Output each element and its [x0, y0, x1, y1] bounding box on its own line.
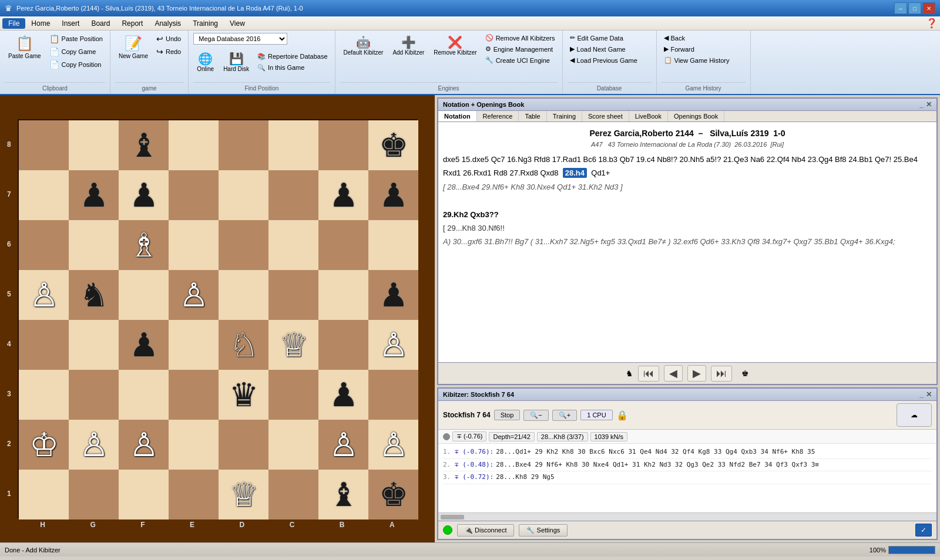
edit-game-data-button[interactable]: ✏ Edit Game Data — [568, 33, 640, 43]
square-h6[interactable] — [19, 220, 69, 270]
square-g6[interactable] — [69, 220, 119, 270]
add-kibitzer-button[interactable]: ➕ Add Kibitzer — [389, 33, 428, 58]
paste-position-button[interactable]: 📋 Paste Position — [47, 33, 105, 45]
tab-score-sheet[interactable]: Score sheet — [582, 111, 629, 122]
scrollbar-thumb[interactable] — [441, 515, 464, 519]
close-button[interactable]: ✕ — [922, 2, 935, 14]
search-decrease-button[interactable]: 🔍− — [523, 410, 548, 421]
square-f8[interactable]: ♝ — [119, 120, 169, 170]
square-e4[interactable] — [169, 320, 219, 370]
notation-minimize-button[interactable]: _ — [919, 100, 924, 109]
square-h7[interactable] — [19, 170, 69, 220]
engine-management-button[interactable]: ⚙ Engine Management — [483, 44, 558, 54]
confirm-button[interactable]: ✓ — [915, 524, 932, 537]
search-increase-button[interactable]: 🔍+ — [552, 410, 577, 421]
square-f6[interactable]: ♗ — [119, 220, 169, 270]
square-d6[interactable] — [219, 220, 268, 270]
square-b4[interactable] — [318, 320, 368, 370]
square-c3[interactable] — [268, 370, 318, 420]
kibitzer-minimize-button[interactable]: _ — [919, 390, 924, 399]
square-c7[interactable] — [268, 170, 318, 220]
square-f2[interactable]: ♙ — [119, 420, 169, 470]
in-this-game-button[interactable]: 🔍 In this Game — [255, 63, 330, 73]
tab-table[interactable]: Table — [519, 111, 546, 122]
square-g8[interactable] — [69, 120, 119, 170]
menu-training[interactable]: Training — [187, 18, 224, 29]
square-h3[interactable] — [19, 370, 69, 420]
current-move[interactable]: 28.h4 — [563, 168, 587, 178]
square-b5[interactable] — [318, 270, 368, 320]
square-b8[interactable] — [318, 120, 368, 170]
tab-openings-book[interactable]: Openings Book — [668, 111, 724, 122]
square-a7[interactable]: ♟ — [368, 170, 418, 220]
square-h2[interactable]: ♔ — [19, 420, 69, 470]
undo-button[interactable]: ↩ Undo — [154, 33, 183, 45]
load-next-game-button[interactable]: ▶ Load Next Game — [568, 44, 640, 54]
square-a5[interactable]: ♟ — [368, 270, 418, 320]
tab-livebook[interactable]: LiveBook — [629, 111, 668, 122]
online-button[interactable]: 🌐 Online — [193, 49, 217, 75]
last-move-button[interactable]: ⏭ — [711, 366, 732, 382]
square-b1[interactable]: ♝ — [318, 470, 368, 519]
square-h1[interactable] — [19, 470, 69, 519]
square-a4[interactable]: ♙ — [368, 320, 418, 370]
square-e6[interactable] — [169, 220, 219, 270]
database-select[interactable]: Mega Database 2016 — [193, 33, 287, 45]
square-a8[interactable]: ♚ — [368, 120, 418, 170]
disconnect-button[interactable]: 🔌 Disconnect — [457, 524, 514, 537]
remove-kibitzer-button[interactable]: ❌ Remove Kibitzer — [430, 33, 480, 58]
square-f5[interactable] — [119, 270, 169, 320]
square-c6[interactable] — [268, 220, 318, 270]
square-g4[interactable] — [69, 320, 119, 370]
paste-game-button[interactable]: 📋 Paste Game — [5, 33, 45, 62]
create-uci-button[interactable]: 🔧 Create UCI Engine — [483, 55, 558, 65]
tab-training[interactable]: Training — [547, 111, 582, 122]
square-c1[interactable] — [268, 470, 318, 519]
remove-all-kibitzers-button[interactable]: 🚫 Remove All Kibitzers — [483, 33, 558, 43]
square-b7[interactable]: ♟ — [318, 170, 368, 220]
square-d7[interactable] — [219, 170, 268, 220]
menu-board[interactable]: Board — [85, 18, 116, 29]
square-e1[interactable] — [169, 470, 219, 519]
square-h8[interactable] — [19, 120, 69, 170]
square-h4[interactable] — [19, 320, 69, 370]
square-f4[interactable]: ♟ — [119, 320, 169, 370]
forward-button[interactable]: ▶ Forward — [662, 44, 732, 54]
square-g3[interactable] — [69, 370, 119, 420]
square-d1[interactable]: ♕ — [219, 470, 268, 519]
square-e7[interactable] — [169, 170, 219, 220]
square-f7[interactable]: ♟ — [119, 170, 169, 220]
back-button[interactable]: ◀ Back — [662, 33, 732, 43]
cpu-button[interactable]: 1 CPU — [580, 410, 612, 420]
square-b3[interactable]: ♟ — [318, 370, 368, 420]
square-g5[interactable]: ♞ — [69, 270, 119, 320]
stop-button[interactable]: Stop — [494, 410, 521, 420]
load-prev-game-button[interactable]: ◀ Load Previous Game — [568, 55, 640, 65]
tab-reference[interactable]: Reference — [477, 111, 519, 122]
redo-button[interactable]: ↪ Redo — [154, 46, 183, 58]
menu-insert[interactable]: Insert — [56, 18, 85, 29]
square-d3[interactable]: ♛ — [219, 370, 268, 420]
kibitzer-scrollbar[interactable] — [438, 512, 936, 521]
menu-file[interactable]: File — [2, 18, 25, 29]
copy-position-button[interactable]: 📄 Copy Position — [47, 59, 105, 70]
square-a6[interactable] — [368, 220, 418, 270]
menu-report[interactable]: Report — [116, 18, 149, 29]
square-f1[interactable] — [119, 470, 169, 519]
square-d4[interactable]: ♘ — [219, 320, 268, 370]
minimize-button[interactable]: – — [894, 2, 907, 14]
kibitzer-close-button[interactable]: ✕ — [926, 390, 932, 399]
menu-home[interactable]: Home — [25, 18, 56, 29]
new-game-button[interactable]: 📝 New Game — [115, 33, 152, 62]
next-move-button[interactable]: ▶ — [687, 365, 706, 382]
square-e3[interactable] — [169, 370, 219, 420]
square-a3[interactable] — [368, 370, 418, 420]
square-c8[interactable] — [268, 120, 318, 170]
square-b2[interactable]: ♙ — [318, 420, 368, 470]
notation-close-button[interactable]: ✕ — [926, 100, 932, 109]
view-game-history-button[interactable]: 📋 View Game History — [662, 55, 732, 65]
prev-move-button[interactable]: ◀ — [664, 365, 683, 382]
chess-board[interactable]: ♝♚♟♟♟♟♗♙♞♙♟♟♘♕♙♛♟♔♙♙♙♙♕♝♚ — [18, 119, 417, 518]
lock-icon[interactable]: 🔒 — [616, 410, 628, 421]
square-f3[interactable] — [119, 370, 169, 420]
